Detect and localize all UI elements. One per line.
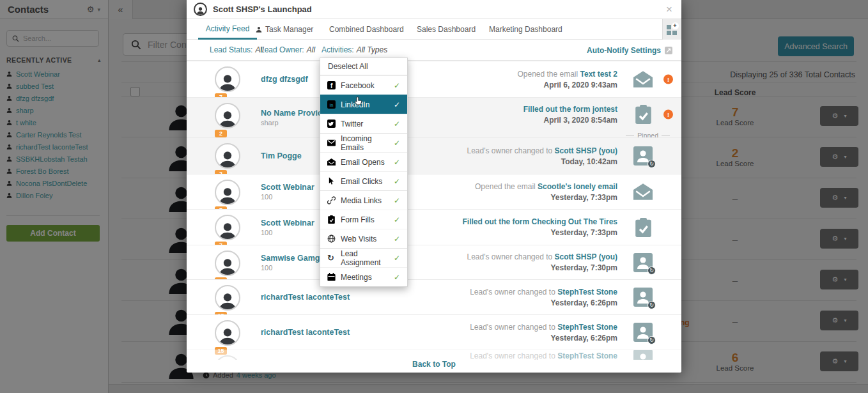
refresh-icon: ↻: [647, 160, 656, 168]
tab-activity-feed[interactable]: Activity Feed: [198, 19, 257, 40]
feed-row[interactable]: Lead's owner changed to StephTest Stone: [187, 350, 681, 360]
activity-link[interactable]: StephTest Stone: [557, 323, 617, 332]
form-fill-icon: [633, 217, 653, 238]
contact-avatar[interactable]: [215, 285, 240, 311]
feed-row[interactable]: 7 Scott Webinar100 Filled out the form C…: [187, 209, 681, 245]
contact-name-link[interactable]: dfzg dfzsgdf: [261, 75, 308, 84]
activity-link[interactable]: Scootle's lonely email: [538, 182, 617, 191]
close-icon[interactable]: ×: [664, 4, 674, 15]
task-person-icon: [256, 26, 262, 33]
check-icon: ✓: [394, 177, 400, 186]
check-icon: ✓: [394, 215, 400, 224]
deselect-all-option[interactable]: Deselect All: [320, 58, 407, 75]
twitter-icon: [327, 119, 336, 128]
contact-avatar[interactable]: [215, 143, 240, 169]
linkedin-icon: [327, 100, 336, 109]
owner-change-icon: ↻: [633, 321, 653, 343]
dropdown-item-email-clicks[interactable]: Email Clicks✓: [320, 171, 407, 190]
feed-row[interactable]: 2 Samwise Gamgee100 Lead's owner changed…: [187, 245, 681, 279]
contact-avatar[interactable]: [215, 103, 240, 128]
contact-avatar[interactable]: [215, 66, 240, 92]
tab-combined-dashboard[interactable]: Combined Dashboard: [329, 19, 404, 40]
check-icon: ✓: [394, 100, 400, 109]
email-open-icon: [633, 181, 653, 203]
dropdown-item-media-links[interactable]: Media Links✓: [320, 190, 407, 210]
incoming-emails-icon: [327, 139, 336, 147]
dropdown-item-lead-assignment[interactable]: ↻Lead Assignment✓: [320, 248, 407, 267]
tab-sales-dashboard[interactable]: Sales Dashboard: [417, 19, 476, 40]
refresh-icon: ↻: [647, 301, 656, 309]
media-links-icon: [327, 196, 336, 204]
alert-badge: !: [663, 75, 673, 84]
dropdown-item-form-fills[interactable]: Form Fills✓: [320, 210, 407, 229]
contact-avatar[interactable]: [215, 180, 240, 205]
web-visits-icon: [327, 235, 336, 243]
activity-link[interactable]: Scott SHSP (you): [555, 146, 617, 155]
refresh-icon: ↻: [647, 336, 656, 344]
contact-name-link[interactable]: Tim Pogge: [261, 151, 302, 160]
contact-name-link[interactable]: Samwise Gamgee: [261, 254, 329, 263]
tab-marketing-dashboard[interactable]: Marketing Dashboard: [489, 19, 562, 40]
dropdown-item-web-visits[interactable]: Web Visits✓: [320, 229, 407, 248]
add-dashboard-icon: +: [667, 24, 678, 35]
activity-link[interactable]: StephTest Stone: [557, 288, 617, 297]
contact-name-link[interactable]: richardTest laconteTest: [261, 328, 350, 337]
contact-name-link[interactable]: Scott Webinar: [261, 219, 314, 227]
check-icon: ✓: [394, 254, 400, 263]
check-icon: ✓: [394, 158, 400, 167]
check-icon: ✓: [394, 235, 400, 243]
check-icon: ✓: [394, 196, 400, 205]
feed-row[interactable]: 2 No Name Providedsharp Filled out the f…: [187, 97, 681, 137]
alert-badge: !: [663, 110, 673, 119]
add-dashboard-button[interactable]: +: [662, 19, 681, 40]
owner-change-icon: ↻: [633, 145, 653, 167]
form-fill-icon: [633, 104, 653, 125]
dropdown-item-twitter[interactable]: Twitter✓: [320, 114, 407, 133]
contact-avatar[interactable]: [215, 215, 240, 240]
feed-row[interactable]: 15 richardTest laconteTest Lead's owner …: [187, 279, 681, 314]
auto-notify-settings-link[interactable]: Auto-Notify Settings: [587, 40, 672, 61]
activity-link[interactable]: StephTest Stone: [557, 351, 617, 360]
check-icon: ✓: [394, 81, 400, 90]
modal-title: Scott SHSP's Launchpad: [213, 4, 312, 14]
activity-link[interactable]: Filled out the form jontest: [523, 105, 617, 114]
feed-row[interactable]: 7 dfzg dfzsgdf Opened the email Text tes…: [187, 61, 681, 97]
mouse-cursor-icon: [353, 96, 365, 110]
email-open-icon: [633, 68, 653, 90]
lead-status-filter[interactable]: Lead Status:All: [210, 40, 264, 61]
feed-row[interactable]: 7 Scott Webinar100 Opened the email Scoo…: [187, 174, 681, 209]
lead-assignment-icon: ↻: [327, 254, 336, 262]
activity-link[interactable]: Text test 2: [580, 70, 617, 79]
modal-tab-bar: Activity Feed Task Manager Combined Dash…: [187, 19, 681, 40]
contact-name-link[interactable]: richardTest laconteTest: [261, 293, 350, 302]
feed-row[interactable]: 15 richardTest laconteTest Lead's owner …: [187, 314, 681, 350]
contact-avatar[interactable]: [215, 355, 240, 360]
meetings-icon: [327, 273, 336, 281]
modal-header: Scott SHSP's Launchpad ×: [187, 0, 681, 19]
activity-link[interactable]: Scott SHSP (you): [555, 252, 617, 261]
dropdown-item-email-opens[interactable]: Email Opens✓: [320, 152, 407, 171]
back-to-top-link[interactable]: Back to Top: [412, 360, 456, 369]
modal-footer: Back to Top: [187, 360, 681, 373]
feed-filter-bar: Lead Status:All Lead Owner:All Activitie…: [187, 40, 681, 61]
email-opens-icon: [327, 158, 336, 166]
crm-contacts-screen: Contacts ⚙ ▾ Search... RECENTLY ACTIVE ▴…: [0, 0, 868, 393]
lead-owner-filter[interactable]: Lead Owner:All: [260, 40, 315, 61]
contact-name-link[interactable]: Scott Webinar: [261, 183, 314, 192]
owner-change-icon: [633, 350, 653, 360]
feed-row[interactable]: 2 Tim Pogge Lead's owner changed to Scot…: [187, 137, 681, 174]
dropdown-item-incoming-emails[interactable]: Incoming Emails✓: [320, 133, 407, 152]
activity-link[interactable]: Filled out the form Checking Out The Tir…: [463, 217, 617, 226]
check-icon: ✓: [394, 139, 400, 148]
email-clicks-icon: [327, 177, 336, 185]
activity-count-badge: 2: [215, 130, 227, 137]
contact-avatar[interactable]: [215, 250, 240, 276]
contact-avatar[interactable]: [215, 320, 240, 346]
launchpad-modal: Scott SHSP's Launchpad × Activity Feed T…: [187, 0, 681, 373]
dropdown-item-meetings[interactable]: Meetings✓: [320, 267, 407, 286]
owner-change-icon: ↻: [633, 252, 653, 274]
dropdown-item-facebook[interactable]: Facebook✓: [320, 75, 407, 95]
form-fills-icon: [327, 215, 336, 224]
tab-task-manager[interactable]: Task Manager: [256, 19, 313, 40]
refresh-icon: ↻: [647, 266, 656, 275]
